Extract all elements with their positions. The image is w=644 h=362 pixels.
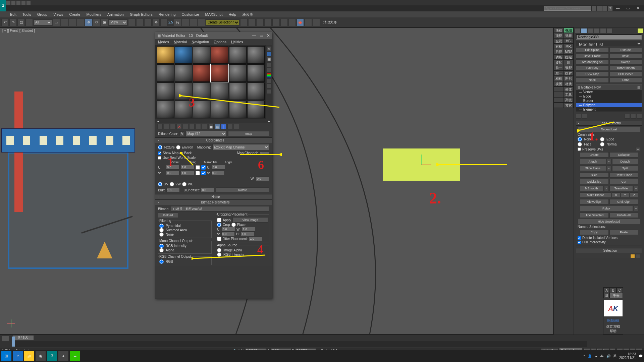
qa-save-icon[interactable] <box>11 1 15 5</box>
mat-slot[interactable] <box>211 101 228 118</box>
mat-slot[interactable] <box>229 64 247 82</box>
remove-mod-icon[interactable] <box>631 114 636 119</box>
assign-to-sel-icon[interactable] <box>170 124 175 129</box>
signin-icon[interactable] <box>592 6 596 11</box>
tessellate-button[interactable]: Tessellate <box>609 186 633 191</box>
full-interact-check[interactable] <box>578 241 581 244</box>
hierarchy-tab-icon[interactable] <box>587 28 593 34</box>
angle-snap-icon[interactable] <box>160 19 168 26</box>
undo-icon[interactable]: ↶ <box>1 19 9 26</box>
align-icon[interactable] <box>240 19 248 26</box>
tray-people-icon[interactable]: 👤 <box>588 354 592 358</box>
mat-slot[interactable] <box>193 101 210 118</box>
pin-stack-icon[interactable] <box>576 114 581 119</box>
scale-icon[interactable]: ▣ <box>101 19 108 26</box>
make-preview-icon[interactable] <box>267 73 271 78</box>
mat-slot[interactable] <box>193 82 210 100</box>
attach-button[interactable]: Attach <box>580 159 606 164</box>
create-tab-icon[interactable] <box>575 28 581 34</box>
put-to-scene-icon[interactable] <box>164 124 169 129</box>
constraint-edge-radio[interactable] <box>600 137 604 141</box>
me-close[interactable]: ✕ <box>267 33 270 38</box>
render-setup-icon[interactable] <box>280 19 288 26</box>
keyboard-icon[interactable] <box>144 19 152 26</box>
selected-polygon[interactable] <box>383 148 460 181</box>
slice-button[interactable]: Slice <box>580 172 609 178</box>
reset-map-icon[interactable]: ✕ <box>176 124 182 129</box>
link-icon[interactable]: ⛓ <box>17 19 25 26</box>
show-map-back-check[interactable] <box>158 152 161 155</box>
color-swatch[interactable] <box>637 28 643 34</box>
modify-tab-icon[interactable] <box>581 28 587 34</box>
me-maximize[interactable]: ▭ <box>260 33 263 38</box>
mirror-icon[interactable] <box>198 19 205 26</box>
mat-slot[interactable] <box>157 101 174 118</box>
make-planar-button[interactable]: Make Planar <box>580 192 611 198</box>
rect-select-icon[interactable] <box>69 19 76 26</box>
rotate-button[interactable]: Rotate <box>216 187 269 193</box>
map-name-select[interactable]: Map #12 <box>185 131 227 137</box>
repeat-last-button[interactable]: Repeat Last <box>578 127 640 132</box>
window-close[interactable]: ✕ <box>633 6 643 11</box>
modifier-list-select[interactable]: Modifier List <box>576 41 642 46</box>
me-minimize[interactable]: — <box>252 33 256 38</box>
video-check-icon[interactable] <box>267 68 271 72</box>
msmooth-button[interactable]: MSmooth <box>580 186 603 191</box>
help-search-input[interactable] <box>544 6 591 11</box>
aux-footer[interactable]: 设置 卸载 帮助 <box>603 323 623 334</box>
map-type-button[interactable]: tmap <box>228 131 269 136</box>
display-tab-icon[interactable] <box>600 28 606 34</box>
clock-time[interactable]: 18:23 <box>619 352 636 356</box>
mat-slot[interactable] <box>157 46 174 64</box>
put-to-lib-icon[interactable] <box>196 124 201 129</box>
go-forward-icon[interactable] <box>234 124 239 129</box>
tray-network-icon[interactable]: 🖧 <box>600 354 604 358</box>
render-prod-icon[interactable] <box>305 19 312 26</box>
delete-iso-check[interactable] <box>578 236 581 240</box>
unhide-all-button[interactable]: Unhide All <box>609 213 639 218</box>
mat-slot[interactable] <box>175 82 192 100</box>
mat-slot[interactable] <box>157 82 174 100</box>
hide-unselected-button[interactable]: Hide Unselected <box>578 219 640 224</box>
percent-snap-icon[interactable]: % <box>174 19 181 26</box>
backlight-icon[interactable] <box>267 52 271 56</box>
window-maximize[interactable]: ▭ <box>623 6 633 11</box>
explorer-icon[interactable]: 📁 <box>24 351 34 361</box>
ime-indicator[interactable]: 英 <box>613 354 616 358</box>
options-icon[interactable] <box>267 78 271 83</box>
menu-tools[interactable]: Tools <box>22 12 31 16</box>
edge-icon[interactable]: e <box>13 351 23 361</box>
mat-slot[interactable] <box>175 64 192 82</box>
modifier-stack[interactable]: ⊟ Editable Poly▤ — Vertex— Edge— Border—… <box>576 84 642 112</box>
show-in-vp-icon[interactable]: ▣ <box>208 124 214 129</box>
menu-views[interactable]: Views <box>53 12 63 16</box>
mat-map-nav-icon[interactable] <box>267 89 271 94</box>
me-menu-modes[interactable]: Modes <box>158 40 169 44</box>
schematic-icon[interactable] <box>264 19 272 26</box>
menu-group[interactable]: Group <box>37 12 48 16</box>
split-button[interactable]: Split <box>612 166 639 171</box>
texture-radio[interactable] <box>158 145 162 149</box>
menu-help[interactable]: Help <box>229 12 236 16</box>
constraint-face-radio[interactable] <box>578 142 582 146</box>
motion-tab-icon[interactable] <box>594 28 600 34</box>
mat-slot[interactable] <box>247 82 265 100</box>
time-config-icon[interactable] <box>2 336 9 341</box>
unlink-icon[interactable] <box>25 19 33 26</box>
me-titlebar[interactable]: ▩ Material Editor - 10 - Default —▭✕ <box>155 32 272 39</box>
real-world-check[interactable] <box>158 156 161 160</box>
3dsmax-task-icon[interactable]: 3 <box>47 351 57 361</box>
preserve-uvs-check[interactable] <box>578 147 581 151</box>
relax-button[interactable]: Relax <box>580 206 633 211</box>
show-end-result-icon[interactable]: ║ <box>221 124 226 129</box>
subobj-element[interactable]: — Element <box>576 107 642 112</box>
collapse-button[interactable]: Collapse <box>609 152 639 158</box>
background-icon[interactable]: ▦ <box>267 57 271 62</box>
mat-slot[interactable] <box>175 46 192 64</box>
render-frame-icon[interactable] <box>288 19 296 26</box>
mat-slot[interactable] <box>175 101 192 118</box>
tray-chevron-icon[interactable]: ˄ <box>583 354 585 358</box>
constraint-none-radio[interactable] <box>578 137 582 141</box>
mat-slot[interactable] <box>193 46 210 64</box>
qa-redo-icon[interactable] <box>21 1 25 5</box>
